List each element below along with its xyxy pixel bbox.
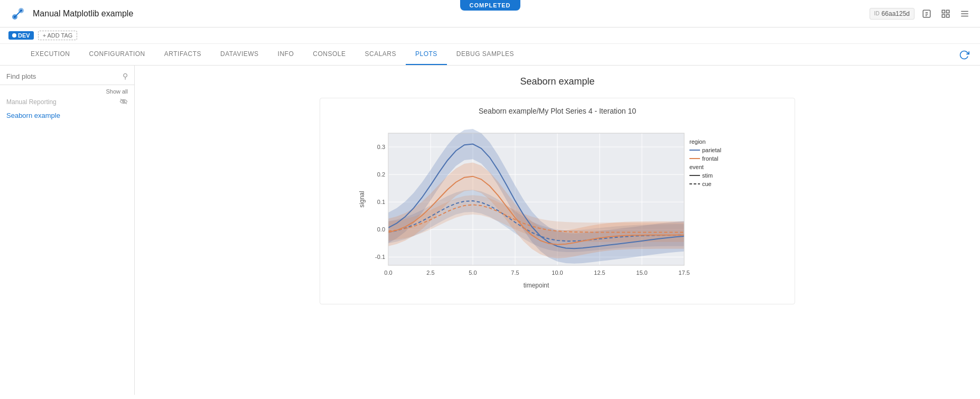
- plot-subtitle: Seaborn example/My Plot Series 4 - Itera…: [479, 107, 636, 115]
- seaborn-chart: [357, 123, 758, 292]
- page-title: Seaborn example: [520, 76, 594, 87]
- show-all-row: Show all: [0, 85, 134, 96]
- show-all-link[interactable]: Show all: [106, 88, 128, 95]
- dev-badge: DEV: [8, 31, 34, 40]
- search-icon: ⚲: [123, 72, 128, 80]
- top-bar-right: ID 66aa125d: [870, 7, 972, 21]
- hide-icon: [119, 98, 128, 106]
- top-right-icon: [957, 48, 972, 62]
- nav-tab-debug-samples[interactable]: DEBUG SAMPLES: [447, 44, 524, 65]
- svg-rect-12: [947, 14, 949, 17]
- nav-tab-artifacts[interactable]: ARTIFACTS: [155, 44, 211, 65]
- id-label: ID: [874, 11, 880, 16]
- search-row: ⚲: [0, 72, 134, 85]
- nav-tab-scalars[interactable]: SCALARS: [355, 44, 406, 65]
- nav-tab-configuration[interactable]: CONFIGURATION: [80, 44, 155, 65]
- sidebar-section-manual: Manual Reporting: [0, 96, 134, 108]
- svg-rect-11: [942, 14, 945, 17]
- nav-tabs: EXECUTIONCONFIGURATIONARTIFACTSDATAVIEWS…: [0, 44, 980, 66]
- info-icon-btn[interactable]: [920, 7, 934, 21]
- svg-point-3: [14, 16, 16, 18]
- id-value: 66aa125d: [882, 10, 910, 17]
- refresh-icon-btn[interactable]: [957, 48, 972, 62]
- top-bar: Manual Matplotlib example COMPLETED ID 6…: [0, 0, 980, 27]
- sidebar-item-seaborn[interactable]: Seaborn example: [0, 108, 134, 123]
- search-input[interactable]: [6, 72, 120, 80]
- nav-tab-execution[interactable]: EXECUTION: [21, 44, 80, 65]
- plot-section: Seaborn example/My Plot Series 4 - Itera…: [320, 98, 795, 304]
- add-tag-button[interactable]: + ADD TAG: [38, 31, 78, 40]
- app-title: Manual Matplotlib example: [33, 9, 133, 18]
- nav-tab-plots[interactable]: PLOTS: [406, 44, 447, 65]
- completed-badge: COMPLETED: [460, 0, 520, 11]
- menu-icon-btn[interactable]: [958, 7, 972, 21]
- svg-point-16: [12, 33, 16, 38]
- svg-rect-9: [942, 10, 945, 13]
- svg-line-2: [15, 11, 21, 17]
- tag-row: DEV + ADD TAG: [0, 27, 980, 44]
- manual-reporting-label[interactable]: Manual Reporting: [6, 98, 57, 106]
- app-logo: [8, 4, 27, 23]
- run-id-badge: ID 66aa125d: [870, 8, 914, 20]
- main-layout: ⚲ Show all Manual Reporting Seaborn exam…: [0, 66, 980, 395]
- nav-tab-console[interactable]: CONSOLE: [303, 44, 355, 65]
- sidebar: ⚲ Show all Manual Reporting Seaborn exam…: [0, 66, 135, 395]
- content-area: Seaborn example Seaborn example/My Plot …: [135, 66, 980, 395]
- svg-rect-10: [947, 10, 949, 13]
- chart-container: [357, 123, 758, 293]
- nav-tab-dataviews[interactable]: DATAVIEWS: [211, 44, 268, 65]
- nav-tab-info[interactable]: INFO: [268, 44, 304, 65]
- layout-icon-btn[interactable]: [939, 7, 953, 21]
- svg-point-4: [20, 10, 22, 12]
